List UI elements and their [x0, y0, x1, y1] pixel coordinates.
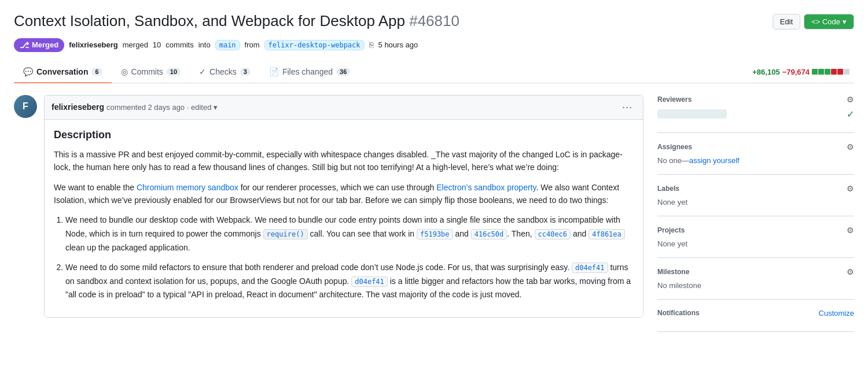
description-heading: Description [54, 129, 634, 141]
comment-header: felixrieseberg commented 2 days ago · ed… [45, 95, 643, 120]
edit-button[interactable]: Edit [773, 14, 800, 29]
comment-actions: ··· [619, 100, 636, 115]
reviewer-skeleton [657, 109, 727, 119]
chromium-sandbox-link[interactable]: Chromium memory sandbox [137, 183, 238, 192]
reviewers-section: Reviewers ⚙ ✓ [657, 95, 854, 133]
require-code: require() [263, 229, 308, 239]
labels-title: Labels [657, 185, 679, 193]
base-branch[interactable]: main [215, 40, 240, 50]
assignees-title: Assignees [657, 143, 692, 151]
diff-bar-seg-2 [818, 69, 824, 75]
pr-time: 5 hours ago [378, 40, 418, 49]
conversation-icon: 💬 [23, 67, 33, 76]
pr-tabs: 💬 Conversation 6 ◎ Commits 10 ✓ Checks 3… [14, 61, 854, 83]
milestone-header: Milestone ⚙ [657, 267, 854, 276]
projects-section: Projects ⚙ None yet [657, 216, 854, 258]
into-word: into [198, 40, 211, 49]
avatar: F [14, 95, 37, 118]
electron-sandbox-link[interactable]: Electron’s sandbox property [436, 183, 536, 192]
diff-bar-seg-3 [825, 69, 830, 75]
commit-f5193be[interactable]: f5193be [417, 229, 453, 239]
tab-checks[interactable]: ✓ Checks 3 [190, 61, 260, 83]
diff-stats: +86,105 −79,674 [752, 68, 854, 76]
pr-meta: ⎇ Merged felixrieseberg merged 10 commit… [14, 38, 854, 52]
assignees-value: No one—assign yourself [657, 156, 854, 165]
projects-title: Projects [657, 226, 685, 234]
conversation-count: 6 [91, 68, 102, 76]
notifications-title: Notifications [657, 309, 700, 317]
commits-word: commits [165, 40, 193, 49]
more-options-button[interactable]: ··· [619, 100, 636, 115]
notifications-section: Notifications Customize [657, 300, 854, 332]
diff-deletions: −79,674 [782, 68, 810, 76]
commit-cc40ec6[interactable]: cc40ec6 [535, 229, 571, 239]
tab-conversation[interactable]: 💬 Conversation 6 [14, 61, 112, 83]
from-word: from [245, 40, 260, 49]
labels-section: Labels ⚙ None yet [657, 175, 854, 216]
comment-author[interactable]: felixrieseberg [52, 102, 104, 112]
pr-title: Context Isolation, Sandbox, and Webpack … [14, 12, 459, 31]
commit-d04ef41-1[interactable]: d04ef41 [572, 263, 608, 273]
assign-yourself-link[interactable]: assign yourself [689, 156, 740, 165]
projects-header: Projects ⚙ [657, 226, 854, 235]
projects-value: None yet [657, 239, 854, 248]
pr-header-actions: Edit <> Code ▾ [773, 14, 854, 29]
comment-wrapper: F felixrieseberg commented 2 days ago · … [14, 95, 643, 318]
diff-bar-seg-1 [812, 69, 818, 75]
commits-count: 10 [167, 68, 181, 76]
comment-meta: commented 2 days ago · edited ▾ [106, 103, 218, 112]
body-paragraph-2: We want to enable the Chromium memory sa… [54, 181, 634, 207]
comment-header-left: felixrieseberg commented 2 days ago · ed… [52, 102, 218, 112]
projects-gear-icon[interactable]: ⚙ [847, 226, 854, 235]
reviewers-header: Reviewers ⚙ [657, 95, 854, 104]
main-content: F felixrieseberg commented 2 days ago · … [14, 83, 854, 332]
commit-d04ef41-2[interactable]: d04ef41 [351, 276, 388, 287]
diff-bar [812, 69, 849, 75]
comment-body: Description This is a massive PR and bes… [45, 120, 643, 317]
commit-4f861ea[interactable]: 4f861ea [589, 229, 625, 239]
list-item-2: We need to do some mild refactors to ens… [65, 261, 634, 302]
merged-badge: ⎇ Merged [14, 38, 64, 52]
labels-gear-icon[interactable]: ⚙ [847, 184, 854, 193]
assignees-section: Assignees ⚙ No one—assign yourself [657, 133, 854, 175]
code-button[interactable]: <> Code ▾ [804, 14, 854, 29]
pr-number: #46810 [409, 12, 459, 29]
avatar-image: F [14, 95, 37, 118]
files-changed-count: 36 [336, 68, 350, 76]
diff-additions: +86,105 [752, 68, 779, 76]
notifications-header: Notifications Customize [657, 309, 854, 318]
pr-author: felixrieseberg [69, 40, 118, 49]
reviewers-gear-icon[interactable]: ⚙ [847, 95, 854, 104]
customize-button[interactable]: Customize [819, 309, 854, 318]
body-list: We need to bundle our desktop code with … [54, 213, 634, 302]
head-branch[interactable]: felixr-desktop-webpack [264, 40, 365, 50]
tab-commits[interactable]: ◎ Commits 10 [112, 61, 190, 83]
reviewers-title: Reviewers [657, 95, 692, 104]
chevron-down-icon: ▾ [843, 17, 847, 26]
pr-action-text: merged [123, 40, 148, 49]
merge-icon: ⎇ [20, 40, 29, 50]
milestone-value: No milestone [657, 281, 854, 290]
copy-branch-icon[interactable]: ⎘ [369, 40, 374, 49]
conversation-area: F felixrieseberg commented 2 days ago · … [14, 95, 643, 332]
labels-value: None yet [657, 198, 854, 206]
reviewer-check-icon: ✓ [847, 109, 854, 120]
edited-label: edited [191, 103, 211, 112]
body-paragraph-1: This is a massive PR and best enjoyed co… [54, 148, 634, 174]
assignees-header: Assignees ⚙ [657, 142, 854, 152]
assignees-gear-icon[interactable]: ⚙ [847, 142, 854, 152]
commits-icon: ◎ [121, 67, 128, 76]
list-item-1: We need to bundle our desktop code with … [65, 213, 634, 254]
tab-files-changed[interactable]: 📄 Files changed 36 [260, 61, 359, 83]
commit-416c50d[interactable]: 416c50d [471, 229, 507, 239]
labels-header: Labels ⚙ [657, 184, 854, 193]
milestone-title: Milestone [657, 268, 689, 276]
diff-bar-seg-6 [844, 69, 849, 75]
milestone-section: Milestone ⚙ No milestone [657, 258, 854, 300]
files-changed-icon: 📄 [269, 67, 279, 76]
commit-count: 10 [153, 40, 161, 49]
diff-bar-seg-4 [831, 69, 837, 75]
milestone-gear-icon[interactable]: ⚙ [847, 267, 854, 276]
checks-count: 3 [240, 68, 251, 76]
pr-title-text: Context Isolation, Sandbox, and Webpack … [14, 12, 405, 29]
